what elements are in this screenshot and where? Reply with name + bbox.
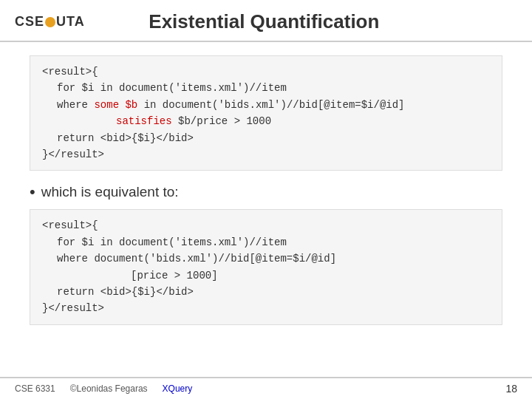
code-line: for $i in document('items.xml')//item [57,234,490,250]
keyword-satisfies: satisfies [116,115,172,127]
var-b: $b [125,99,137,111]
footer: CSE 6331 ©Leonidas Fegaras XQuery 18 [0,377,532,399]
code-line: <result>{ [42,217,490,233]
code-line: where document('bids.xml')//bid[@item=$i… [57,250,490,267]
footer-author: ©Leonidas Fegaras [70,383,148,394]
code-line: [price > 1000] [131,267,490,284]
code-line: where some $b in document('bids.xml')//b… [57,97,490,113]
code-line: satisfies $b/price > 1000 [116,113,490,129]
slide: CSE UTA Existential Quantification <resu… [0,0,532,399]
code-block-2: <result>{ for $i in document('items.xml'… [30,209,502,324]
code-block-1: <result>{ for $i in document('items.xml'… [30,55,502,171]
keyword-some: some [94,99,119,111]
header: CSE UTA Existential Quantification [0,0,532,42]
code-line: <result>{ [42,64,490,80]
code-line: for $i in document('items.xml')//item [57,80,490,96]
footer-course: CSE 6331 [15,383,55,394]
footer-xquery: XQuery [163,383,193,394]
code-line: }</result> [42,146,490,163]
bullet-section: • which is equivalent to: [30,183,502,202]
slide-title: Existential Quantification [26,10,502,33]
bullet-text: which is equivalent to: [41,184,179,200]
code-line: }</result> [42,300,490,316]
code-line: return <bid>{$i}</bid> [57,284,490,300]
code-line: return <bid>{$i}</bid> [57,130,490,146]
bullet-icon: • [30,183,35,202]
main-content: <result>{ for $i in document('items.xml'… [0,42,532,344]
footer-page-number: 18 [505,383,517,395]
